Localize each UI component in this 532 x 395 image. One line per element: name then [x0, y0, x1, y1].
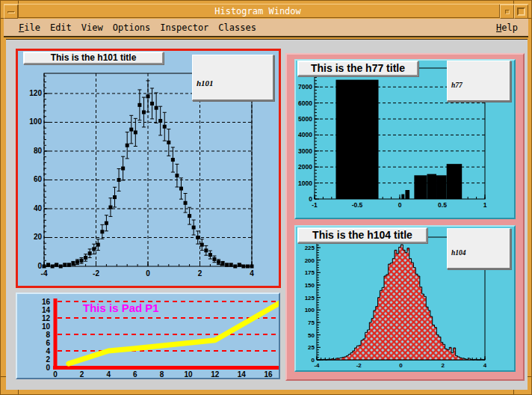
menu-item-help[interactable]: Help: [496, 22, 518, 33]
svg-text:175: 175: [305, 269, 315, 276]
resize-handle[interactable]: [1, 376, 6, 377]
svg-text:2: 2: [46, 355, 50, 364]
stats-name: h101: [197, 78, 269, 88]
minimize-icon: [505, 10, 510, 14]
menubar: File Edit View Options Inspector Classes…: [4, 19, 528, 37]
pad-h101[interactable]: -4-2024020406080100120 This is the h101 …: [16, 49, 281, 288]
svg-text:125: 125: [305, 295, 315, 301]
svg-text:-2: -2: [356, 362, 362, 369]
resize-handle[interactable]: [18, 389, 19, 394]
svg-text:14: 14: [42, 306, 51, 314]
svg-text:0: 0: [312, 357, 315, 364]
svg-text:4: 4: [483, 362, 487, 369]
svg-text:120: 120: [29, 89, 42, 97]
svg-text:-1: -1: [312, 201, 318, 209]
svg-text:14: 14: [238, 370, 247, 378]
svg-text:1: 1: [483, 201, 487, 209]
svg-text:100: 100: [305, 307, 315, 313]
svg-text:-2: -2: [93, 269, 99, 278]
svg-text:16: 16: [264, 370, 273, 378]
svg-text:16: 16: [42, 298, 51, 306]
svg-text:5000: 5000: [298, 115, 312, 123]
h101-stats-box: h101 Nent = 3056 Mean = -0.002 RMS = 1.0…: [192, 55, 274, 101]
menu-item-inspector[interactable]: Inspector: [160, 22, 208, 33]
svg-text:4: 4: [46, 347, 50, 355]
svg-text:20: 20: [34, 233, 43, 241]
svg-text:This is Pad P1: This is Pad P1: [83, 301, 159, 314]
p1-plot: 02468101214160246810121416This is Pad P1: [17, 294, 279, 378]
menu-item-classes[interactable]: Classes: [218, 22, 256, 33]
svg-text:4: 4: [106, 370, 111, 378]
svg-text:40: 40: [34, 204, 43, 212]
svg-text:100: 100: [29, 117, 42, 126]
svg-text:25: 25: [308, 344, 315, 351]
svg-text:-0.5: -0.5: [352, 201, 363, 209]
svg-text:0: 0: [399, 362, 403, 369]
menu-item-view[interactable]: View: [81, 22, 103, 33]
svg-text:150: 150: [305, 282, 315, 289]
svg-text:0.5: 0.5: [438, 201, 447, 209]
window-title: Histogram Window: [23, 6, 492, 16]
pad-h77[interactable]: -1-0.500.5101000200030004000500060007000…: [294, 59, 516, 219]
pad-p1[interactable]: 02468101214160246810121416This is Pad P1: [16, 293, 280, 379]
svg-text:7000: 7000: [298, 83, 312, 91]
h101-title-box: This is the h101 title: [23, 52, 164, 64]
svg-text:0: 0: [53, 370, 58, 378]
svg-text:2000: 2000: [298, 163, 312, 171]
svg-text:4: 4: [250, 269, 254, 278]
titlebar[interactable]: Histogram Window: [4, 4, 528, 18]
svg-text:10: 10: [42, 322, 51, 331]
svg-text:8: 8: [160, 370, 164, 378]
svg-text:0: 0: [309, 195, 312, 203]
maximize-button[interactable]: [514, 4, 528, 19]
svg-text:0: 0: [146, 269, 150, 278]
h77-stats-box: h77 Nent = 15000 Mean = -0.000 RMS = 0.5…: [447, 61, 511, 102]
svg-text:2: 2: [198, 269, 202, 278]
svg-text:0: 0: [46, 364, 50, 372]
svg-text:4000: 4000: [298, 131, 312, 138]
svg-text:3000: 3000: [298, 147, 312, 155]
h104-stats-box: h104 Nent = 3056 Mean = -0.002 RMS = 1.0…: [447, 228, 511, 269]
svg-text:12: 12: [211, 370, 220, 378]
svg-text:80: 80: [34, 147, 43, 155]
stats-name: h77: [451, 81, 506, 90]
svg-text:60: 60: [34, 175, 43, 183]
svg-text:-4: -4: [314, 362, 320, 369]
svg-text:12: 12: [42, 314, 51, 322]
svg-text:8: 8: [46, 331, 50, 339]
svg-text:225: 225: [305, 245, 315, 251]
root-canvas[interactable]: -4-2024020406080100120 This is the h101 …: [6, 39, 528, 390]
pad-pink-container[interactable]: -1-0.500.5101000200030004000500060007000…: [285, 53, 525, 381]
svg-text:2: 2: [442, 362, 445, 369]
svg-text:-4: -4: [41, 269, 48, 278]
minimize-button[interactable]: [500, 4, 514, 19]
svg-text:1000: 1000: [298, 180, 312, 187]
svg-text:0: 0: [398, 201, 402, 209]
menu-item-file[interactable]: File: [19, 22, 40, 33]
menu-item-options[interactable]: Options: [113, 22, 151, 33]
menu-item-edit[interactable]: Edit: [50, 22, 72, 33]
histogram-window: Histogram Window File Edit View Options …: [0, 0, 532, 395]
resize-handle[interactable]: [513, 389, 514, 394]
svg-text:2: 2: [80, 370, 84, 378]
svg-text:50: 50: [308, 332, 315, 339]
stats-name: h104: [451, 248, 506, 257]
svg-text:200: 200: [305, 257, 315, 264]
svg-text:6: 6: [133, 370, 137, 378]
svg-text:6: 6: [46, 339, 50, 347]
svg-text:6000: 6000: [298, 99, 312, 107]
h77-title-box: This is the h77 title: [297, 61, 418, 76]
window-menu-button[interactable]: [4, 4, 18, 19]
svg-text:10: 10: [185, 370, 194, 378]
h104-title-box: This is the h104 title: [297, 227, 427, 243]
window-menu-dash-icon: [7, 11, 15, 13]
pad-h104[interactable]: -4-20240255075100125150175200225 This is…: [294, 225, 516, 372]
svg-text:75: 75: [308, 319, 315, 326]
svg-text:0: 0: [37, 262, 42, 270]
maximize-icon: [517, 7, 525, 16]
